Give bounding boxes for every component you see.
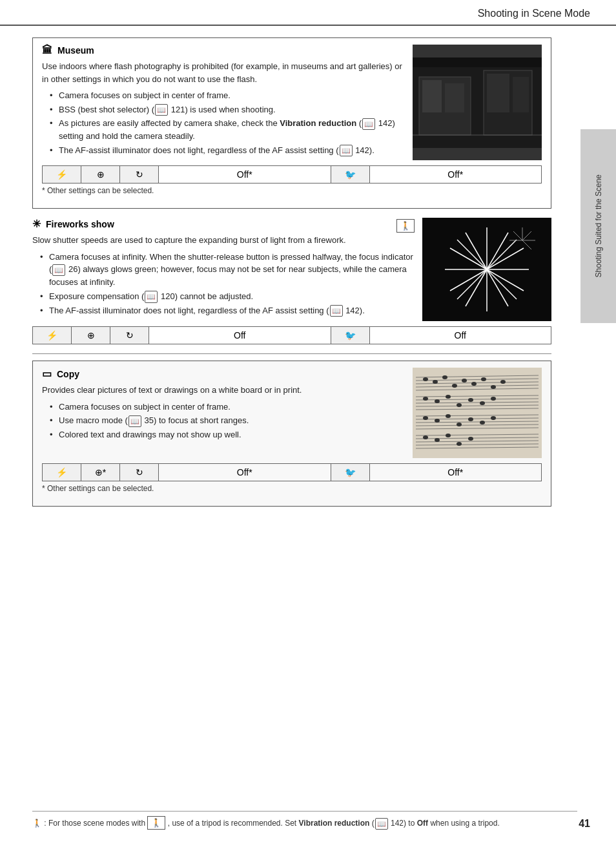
vibration-reduction-footnote: Vibration reduction — [299, 819, 370, 828]
footnote-text-3: (📖 142) to — [372, 819, 417, 828]
fireworks-settings-table: ⚡ ⊕ ↻ Off 🐦 Off — [32, 326, 551, 344]
museum-settings-row: ⚡ ⊕ ↻ Off* 🐦 Off* — [43, 166, 542, 183]
museum-timer-icon: ↻ — [120, 166, 159, 183]
svg-point-63 — [435, 399, 440, 403]
copy-bullets: Camera focuses on subject in center of f… — [42, 401, 405, 441]
svg-rect-5 — [487, 74, 509, 112]
fireworks-section: ✳ Fireworks show 🚶 Slow shutter speeds a… — [32, 218, 551, 344]
svg-rect-4 — [445, 83, 464, 112]
copy-settings-table: ⚡ ⊕* ↻ Off* 🐦 Off* — [42, 463, 542, 481]
fireworks-description: Slow shutter speeds are used to capture … — [32, 234, 415, 247]
ref-icon-copy-1: 📖 — [128, 415, 141, 428]
copy-vr-icon: 🐦 — [331, 464, 369, 481]
svg-point-76 — [423, 435, 428, 439]
fireworks-image — [422, 218, 551, 321]
fireworks-header-row: ✳ Fireworks show 🚶 — [32, 218, 415, 234]
copy-vr-val: Off* — [369, 464, 542, 481]
museum-af-icon: ⊕ — [81, 166, 120, 183]
svg-point-80 — [468, 437, 473, 441]
copy-bullet-2: Use macro mode (📖 35) to focus at short … — [50, 414, 405, 427]
svg-point-69 — [423, 416, 428, 420]
footnote-text-1: : For those scene modes with — [44, 819, 147, 828]
fireworks-vr-val: Off — [369, 327, 551, 344]
bottom-footnote: 🚶 : For those scene modes with 🚶 , use o… — [32, 811, 577, 830]
fireworks-content-row: ✳ Fireworks show 🚶 Slow shutter speeds a… — [32, 218, 551, 321]
copy-bullet-3: Colored text and drawings may not show u… — [50, 428, 405, 441]
copy-description: Provides clear pictures of text or drawi… — [42, 384, 405, 397]
main-content: 🏛 Museum Use indoors where flash photogr… — [0, 26, 577, 529]
fireworks-timer-val: Off — [149, 327, 331, 344]
fireworks-image-svg — [422, 218, 551, 321]
fireworks-header: ✳ Fireworks show — [32, 218, 114, 230]
svg-point-62 — [423, 397, 428, 401]
page: Shooting in Scene Mode Shooting Suited f… — [0, 0, 616, 849]
copy-content-row: ▭ Copy Provides clear pictures of text o… — [42, 368, 542, 458]
footnote-text-4: when using a tripod. — [430, 819, 499, 828]
ref-icon-fw-2: 📖 — [145, 291, 158, 303]
fireworks-bullet-2: Exposure compensation (📖 120) cannot be … — [40, 290, 415, 303]
svg-rect-3 — [422, 80, 442, 112]
museum-bullet-3: As pictures are easily affected by camer… — [50, 117, 405, 142]
svg-point-73 — [468, 417, 473, 421]
tripod-footnote-icon: 🚶 — [32, 819, 42, 828]
museum-bullets: Camera focuses on subject in center of f… — [42, 89, 405, 156]
museum-text: 🏛 Museum Use indoors where flash photogr… — [42, 45, 405, 160]
fireworks-icon: ✳ — [32, 218, 41, 230]
svg-point-74 — [480, 421, 485, 424]
page-number: 41 — [579, 818, 590, 830]
museum-header: 🏛 Museum — [42, 45, 405, 56]
sidebar-label-text: Shooting Suited for the Scene — [594, 174, 603, 277]
svg-point-58 — [471, 382, 477, 386]
museum-flash-icon: ⚡ — [43, 166, 81, 183]
svg-point-57 — [462, 379, 467, 383]
svg-point-68 — [491, 397, 496, 401]
museum-bullet-2: BSS (best shot selector) (📖 121) is used… — [50, 103, 405, 116]
svg-point-75 — [491, 416, 496, 420]
svg-point-78 — [446, 434, 451, 437]
off-bold: Off — [417, 819, 428, 828]
svg-point-55 — [442, 375, 447, 379]
copy-text: ▭ Copy Provides clear pictures of text o… — [42, 368, 405, 458]
svg-point-72 — [457, 423, 462, 426]
copy-af-icon: ⊕* — [81, 464, 120, 481]
museum-vr-icon: 🐦 — [331, 166, 369, 183]
ref-icon-2: 📖 — [362, 118, 375, 131]
svg-rect-8 — [413, 58, 542, 67]
svg-point-56 — [452, 384, 457, 388]
copy-timer-icon: ↻ — [120, 464, 159, 481]
svg-point-60 — [491, 385, 496, 389]
copy-section: ▭ Copy Provides clear pictures of text o… — [32, 361, 551, 507]
ref-icon-fw-1: 📖 — [52, 264, 65, 277]
fireworks-bullet-1: Camera focuses at infinity. When the shu… — [40, 251, 415, 289]
svg-rect-6 — [513, 77, 529, 112]
page-bottom: 🚶 : For those scene modes with 🚶 , use o… — [32, 811, 577, 830]
museum-footnote: * Other settings can be selected. — [42, 186, 542, 195]
svg-point-59 — [481, 377, 486, 381]
section-divider — [32, 353, 551, 354]
svg-point-67 — [480, 401, 485, 405]
svg-point-66 — [468, 398, 473, 402]
museum-settings-table: ⚡ ⊕ ↻ Off* 🐦 Off* — [42, 165, 542, 183]
copy-image-svg — [413, 368, 542, 458]
museum-section: 🏛 Museum Use indoors where flash photogr… — [32, 37, 551, 209]
museum-title: Museum — [57, 45, 94, 56]
vibration-reduction-label: Vibration reduction — [280, 118, 356, 128]
museum-bullet-4: The AF-assist illuminator does not light… — [50, 144, 405, 157]
museum-description: Use indoors where flash photography is p… — [42, 60, 405, 85]
svg-point-64 — [446, 395, 451, 399]
copy-footnote: * Other settings can be selected. — [42, 484, 542, 493]
copy-image — [413, 368, 542, 458]
svg-point-61 — [500, 380, 506, 384]
footnote-text-2: , use of a tripod is recommended. Set — [168, 819, 299, 828]
fireworks-af-icon: ⊕ — [72, 327, 110, 344]
tripod-icon-box: 🚶 — [396, 219, 415, 233]
fireworks-settings-row: ⚡ ⊕ ↻ Off 🐦 Off — [33, 327, 551, 344]
fireworks-flash-icon: ⚡ — [33, 327, 72, 344]
svg-point-79 — [457, 442, 462, 446]
ref-icon-bottom: 📖 — [375, 818, 388, 830]
page-header: Shooting in Scene Mode — [0, 0, 616, 26]
tripod-icon-inline: 🚶 — [147, 816, 165, 830]
ref-icon-1: 📖 — [155, 104, 168, 116]
svg-point-70 — [435, 419, 440, 423]
museum-content-row: 🏛 Museum Use indoors where flash photogr… — [42, 45, 542, 160]
